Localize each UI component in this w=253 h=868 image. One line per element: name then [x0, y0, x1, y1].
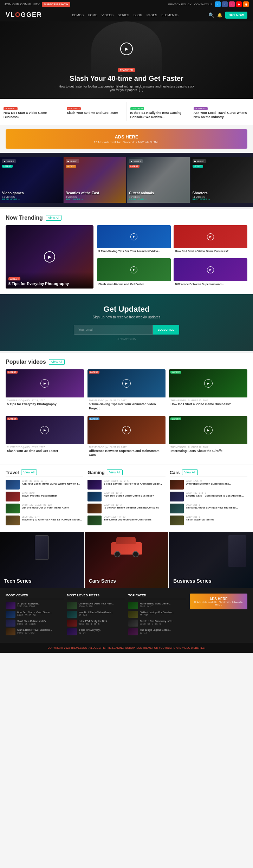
bell-icon[interactable]: 🔔: [217, 13, 222, 18]
nav-videos[interactable]: VIDEOS: [102, 13, 113, 17]
popular-play-1[interactable]: ▶: [40, 379, 49, 388]
top-rated-header: TOP RATED: [128, 594, 186, 599]
subscribe-btn[interactable]: SUBSCRIBE NOW: [42, 2, 70, 7]
popular-badge-4: LATEST: [7, 417, 18, 420]
twitter-icon[interactable]: t: [215, 1, 221, 7]
popular-play-2[interactable]: ▶: [122, 379, 131, 388]
facebook-icon[interactable]: f: [222, 1, 228, 7]
travel-item-3[interactable]: 04:50 · 140 · 31205 · 80 · 128 Get the M…: [6, 504, 83, 513]
popular-card-2[interactable]: LATEST ▶ THEMES2GO | AUGUST 23, 2017 5 T…: [87, 369, 166, 412]
popular-card-5[interactable]: LATEST ▶ THEMES2GO | AUGUST 23, 2017 Dif…: [87, 416, 166, 459]
series-card-animals[interactable]: ▶ SERIES LATEST Cutest animals 8 VIDEOS …: [127, 157, 190, 203]
gaming-item-3[interactable]: 07:00 · 35 · 10 · 3 Is the PS4 Really th…: [87, 504, 165, 513]
cars-thumb-1: [170, 480, 184, 490]
footer-ads-banner[interactable]: ADS HERE 12 Ads slots available. Shortco…: [190, 594, 248, 609]
subscribe-form-button[interactable]: SUBSCRIBE: [153, 325, 179, 335]
most-viewed-item-3[interactable]: Slash Your 40-time and Get... 03:00 · 35…: [6, 620, 64, 627]
trending-small-1[interactable]: ▶ 5 Time-Saving Tips For Your Animated V…: [97, 225, 171, 255]
series-read-more-3[interactable]: READ MORE →: [129, 198, 188, 201]
travel-thumb-1: [6, 480, 20, 490]
privacy-link[interactable]: PRIVACY POLICY: [168, 3, 192, 6]
ads-banner[interactable]: ADS HERE 12 Ads slots available. Shortco…: [6, 129, 247, 149]
featured-card-1[interactable]: FEATURED How Do I Start a Video Game Bus…: [0, 102, 63, 121]
top-rated-item-4[interactable]: The Jungle Legend Gecko... 61 · 14: [128, 628, 186, 635]
header-right: 🔍 🔔 BUY NOW: [208, 12, 247, 19]
most-loved-item-2[interactable]: How Do I Start a Video Game... 65 · 743: [67, 611, 125, 618]
trending-small-2[interactable]: ▶ How Do I Start a Video Game Business?: [174, 225, 247, 255]
youtube-icon[interactable]: ▶: [236, 1, 242, 7]
most-loved-item-4[interactable]: 5 Tips for Everyday... 61 · 14: [67, 628, 125, 635]
cars-item-1[interactable]: 03:00 · 1795 · 0 Difference Between Supe…: [170, 480, 247, 490]
trending-view-all[interactable]: View All: [46, 215, 61, 221]
cars-view-all[interactable]: View All: [182, 469, 198, 475]
nav-demos[interactable]: DEMOS: [72, 13, 84, 17]
nav-elements[interactable]: ELEMENTS: [161, 13, 179, 17]
popular-play-6[interactable]: ▶: [204, 426, 213, 434]
popular-play-5[interactable]: ▶: [122, 426, 131, 434]
popular-card-6[interactable]: LATEST ▶ THEMES2GO | AUGUST 10, 2017 Int…: [169, 416, 247, 459]
popular-card-4[interactable]: LATEST ▶ THEMES2GO | AUGUST 23, 2017 Sla…: [6, 416, 84, 459]
top-rated-item-3[interactable]: Create a Bird Sanctuary In Yo... 03:00 ·…: [128, 620, 186, 627]
cars-item-2[interactable]: 03:00 · 433 · 143 · 3 Electric Cars – Co…: [170, 492, 247, 501]
showcase-tech[interactable]: Tech Series: [0, 532, 84, 588]
trending-small-play-1[interactable]: ▶: [130, 233, 137, 240]
travel-item-1[interactable]: 03:19 · 38 · 3840 · 33 · 4 Ask Your Loca…: [6, 480, 83, 490]
travel-item-info-1: 03:19 · 38 · 3840 · 33 · 4 Ask Your Loca…: [22, 480, 83, 490]
nav-home[interactable]: HOME: [88, 13, 97, 17]
cars-item-4[interactable]: 03:10 · 385 · 0 Italian Supercar Series: [170, 516, 247, 525]
gaming-item-2[interactable]: 07:00 · 35 · 10 · 3 How Do I Start a Vid…: [87, 492, 165, 501]
most-viewed-item-1[interactable]: 5 Tips for Everyday... 3240 · 50 · 10009: [6, 602, 64, 609]
trending-small-play-2[interactable]: ▶: [207, 233, 214, 240]
trending-main-card[interactable]: ▶ LATEST 5 Tips for Everyday Photography: [6, 225, 93, 289]
gaming-item-4[interactable]: 04:00 · 1000 · 47 · 63 The Latest Logite…: [87, 516, 165, 525]
featured-card-2[interactable]: FEATURED Slash Your 40-time and Get Fast…: [63, 102, 126, 121]
most-loved-item-3[interactable]: Is the PS4 Really the Best... 03:00 · 55…: [67, 620, 125, 627]
showcase-cars[interactable]: Cars Series: [85, 532, 169, 588]
popular-view-all[interactable]: View All: [49, 359, 65, 365]
most-viewed-item-4[interactable]: Start a Home Travel Business... 03:00 · …: [6, 628, 64, 635]
popular-card-3[interactable]: LATEST ▶ THEMES2GO | AUGUST 25, 2017 How…: [169, 369, 247, 412]
trending-small-4[interactable]: ▶ Difference Between Supercars and...: [174, 258, 247, 289]
most-loved-item-1[interactable]: Consoles Are Dead! Your New... 3640 · 7 …: [67, 602, 125, 609]
series-info-4: Shooters 11 VIDEOS READ MORE →: [190, 189, 253, 203]
featured-card-4[interactable]: FEATURED Ask Your Local Travel Guru: Wha…: [190, 102, 253, 121]
travel-item-2[interactable]: 07:43 · 3240 Travel Pro And Post Interne…: [6, 492, 83, 501]
top-rated-item-2[interactable]: 50 Best Laptops For Creative... 65 · 743: [128, 611, 186, 618]
trending-main-play[interactable]: ▶: [44, 251, 55, 263]
series-meta-2: 8 VIDEOS: [66, 196, 124, 198]
trending-small-play-3[interactable]: ▶: [130, 266, 137, 273]
series-card-shooters[interactable]: ▶ SERIES LATEST Shooters 11 VIDEOS READ …: [190, 157, 253, 203]
series-card-beauties[interactable]: ▶ SERIES LATEST Beauties of the East 8 V…: [64, 157, 126, 203]
nav-pages[interactable]: PAGES: [147, 13, 157, 17]
trending-small-play-4[interactable]: ▶: [207, 266, 214, 273]
series-card-video-games[interactable]: ▶ SERIES LATEST Video games 11 VIDEOS RE…: [0, 157, 63, 203]
search-icon[interactable]: 🔍: [208, 12, 214, 18]
popular-card-title-2: 5 Time-Saving Tips For Your Animated Vid…: [89, 402, 164, 410]
series-read-more-1[interactable]: READ MORE →: [2, 198, 61, 201]
hero-play-button[interactable]: ▶: [120, 43, 133, 55]
rss-icon[interactable]: ◉: [243, 1, 249, 7]
series-read-more-2[interactable]: READ MORE →: [66, 198, 124, 201]
most-viewed-item-2[interactable]: How Do I Start a Video Game... 03:00 · 5…: [6, 611, 64, 618]
popular-card-1[interactable]: LATEST ▶ THEMES2GO | AUGUST 23, 2017 5 T…: [6, 369, 84, 412]
cars-item-3[interactable]: 04:00 · 295 · 0 Thinking About Buying a …: [170, 504, 247, 513]
feat-title-4: Ask Your Local Travel Guru: What's New o…: [194, 111, 249, 119]
email-input[interactable]: [74, 325, 153, 335]
travel-view-all[interactable]: View All: [21, 469, 37, 475]
showcase-business[interactable]: Business Series: [169, 532, 253, 588]
nav-blog[interactable]: BLOG: [134, 13, 142, 17]
featured-card-3[interactable]: FEATURED Is the PS4 Really the Best Gami…: [127, 102, 190, 121]
trending-small-3[interactable]: ▶ Slash Your 40-time and Get Faster: [97, 258, 171, 289]
contact-link[interactable]: CONTACT US: [194, 3, 212, 6]
gaming-view-all[interactable]: View All: [107, 469, 123, 475]
popular-play-4[interactable]: ▶: [40, 426, 49, 434]
hero-section: ▶ FEATURED Slash Your 40-time and Get Fa…: [0, 21, 253, 99]
instagram-icon[interactable]: i: [229, 1, 235, 7]
buy-now-button[interactable]: BUY NOW: [225, 12, 247, 19]
travel-item-4[interactable]: 05:00 · 222 · 1 · 4 Travelling to Americ…: [6, 516, 83, 525]
series-read-more-4[interactable]: READ MORE →: [193, 198, 251, 201]
top-rated-item-1[interactable]: Home-Based Video Game... 3640 · 44 · 7: [128, 602, 186, 609]
nav-series[interactable]: SERIES: [118, 13, 129, 17]
popular-play-3[interactable]: ▶: [204, 379, 213, 388]
gaming-item-1[interactable]: 03:00 · 30000 · 80 · 2 · 5 5 Time-Saving…: [87, 480, 165, 490]
